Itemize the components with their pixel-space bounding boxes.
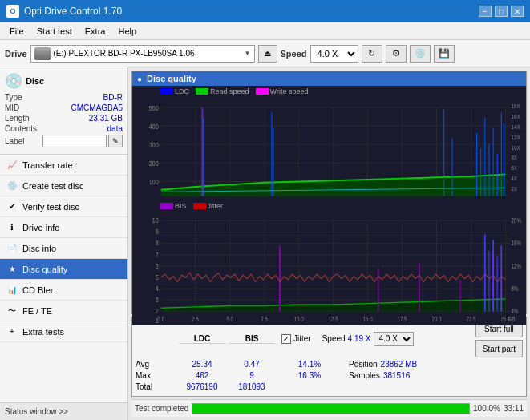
sidebar-item-disc-quality[interactable]: ★ Disc quality — [0, 259, 127, 280]
svg-text:8X: 8X — [512, 155, 518, 161]
jitter-max: 16.3% — [298, 371, 321, 380]
sidebar-item-verify-test-disc[interactable]: ✔ Verify test disc — [0, 196, 127, 217]
disc-panel-icon: 💿 — [5, 72, 22, 90]
ldc-total-cell: 9676190 — [179, 382, 225, 391]
transfer-rate-icon: 📈 — [6, 160, 18, 171]
disc-label-edit-button[interactable]: ✎ — [108, 135, 123, 147]
menu-extra[interactable]: Extra — [79, 25, 112, 38]
svg-text:9: 9 — [156, 227, 159, 236]
stats-panel: LDC BIS ✓ Jitter Speed 4.19 X 4.0 X — [131, 317, 527, 397]
bottom-chart-legend: BIS Jitter — [132, 200, 526, 212]
app-icon: O — [6, 5, 19, 18]
svg-text:GB: GB — [508, 315, 515, 323]
disc-info-icon: 📄 — [6, 243, 18, 254]
svg-text:10.0: 10.0 — [294, 315, 304, 323]
status-window-button[interactable]: Status window >> — [0, 402, 127, 420]
disc-quality-icon: ★ — [6, 264, 18, 275]
svg-text:22.5: 22.5 — [467, 315, 476, 323]
jitter-avg: 14.1% — [298, 360, 321, 369]
jitter-checkbox-group: ✓ Jitter — [281, 334, 311, 344]
max-label: Max — [136, 371, 151, 380]
svg-text:6: 6 — [156, 260, 159, 269]
chart-title: Disc quality — [147, 74, 196, 83]
disc-icon: 💿 — [415, 48, 426, 59]
start-part-button[interactable]: Start part — [475, 340, 523, 357]
bis-max-cell: 9 — [229, 370, 275, 380]
sidebar-item-cd-bler[interactable]: 📊 CD Bler — [0, 280, 127, 301]
svg-text:16X: 16X — [512, 113, 520, 119]
svg-text:12%: 12% — [512, 261, 522, 269]
disc-length-value: 23,31 GB — [89, 114, 123, 123]
chart-header: ● Disc quality — [132, 71, 526, 86]
eject-button[interactable]: ⏏ — [258, 45, 277, 63]
speed-select[interactable]: 4.0 X 2.0 X 6.0 X — [310, 45, 358, 63]
svg-text:100: 100 — [149, 179, 159, 187]
position-group: Position 23862 MB — [349, 360, 417, 369]
status-window-label: Status window >> — [5, 407, 68, 416]
ldc-max: 462 — [196, 371, 209, 380]
speed-group: Speed 4.19 X 4.0 X — [322, 332, 414, 346]
maximize-button[interactable]: □ — [495, 6, 508, 17]
drive-selector[interactable]: (E:) PLEXTOR BD-R PX-LB950SA 1.06 ▼ — [30, 45, 255, 63]
charts-area: LDC Read speed Write speed — [132, 86, 526, 313]
bottom-chart: BIS Jitter — [132, 200, 526, 314]
sidebar-item-label-fe-te: FE / TE — [22, 306, 52, 316]
drive-name: (E:) PLEXTOR BD-R PX-LB950SA 1.06 — [54, 49, 241, 58]
sidebar-item-label-drive-info: Drive info — [22, 223, 59, 232]
svg-text:8%: 8% — [512, 285, 519, 293]
svg-text:400: 400 — [149, 123, 159, 131]
close-button[interactable]: ✕ — [511, 6, 524, 17]
bis-max: 9 — [249, 371, 254, 380]
sidebar-item-extra-tests[interactable]: + Extra tests — [0, 321, 127, 342]
sidebar-item-label-disc-info: Disc info — [22, 244, 56, 253]
settings-button[interactable]: ⚙ — [386, 45, 407, 63]
svg-text:200: 200 — [149, 160, 159, 168]
menu-file[interactable]: File — [3, 25, 30, 38]
refresh-button[interactable]: ↻ — [362, 45, 382, 63]
disc-length-label: Length — [5, 114, 30, 123]
status-text: Test completed — [135, 404, 188, 413]
sidebar-item-label-extra-tests: Extra tests — [22, 327, 64, 337]
ldc-max-cell: 462 — [179, 370, 225, 380]
refresh-icon: ↻ — [368, 48, 375, 59]
save-button[interactable]: 💾 — [434, 45, 455, 63]
speed-select[interactable]: 4.0 X — [374, 332, 414, 346]
fe-te-icon: 〜 — [6, 305, 18, 317]
sidebar-item-disc-info[interactable]: 📄 Disc info — [0, 238, 127, 259]
svg-text:14X: 14X — [512, 123, 520, 130]
sidebar-item-create-test-disc[interactable]: 💿 Create test disc — [0, 176, 127, 196]
menu-start-test[interactable]: Start test — [30, 25, 79, 38]
jitter-label: Jitter — [293, 334, 311, 343]
disc-label-input[interactable] — [42, 135, 107, 147]
disc-title: Disc — [26, 76, 44, 86]
legend-ldc: LDC — [160, 87, 189, 95]
content-area: ● Disc quality LDC Read speed — [128, 67, 530, 420]
elapsed-time: 33:11 — [504, 404, 524, 413]
ldc-avg-cell: 25.34 — [179, 359, 225, 369]
position-value: 23862 MB — [381, 360, 418, 369]
samples-group: Samples 381516 — [349, 371, 410, 380]
bis-avg-cell: 0.47 — [229, 359, 275, 369]
svg-text:2: 2 — [156, 306, 159, 315]
sidebar-item-fe-te[interactable]: 〜 FE / TE — [0, 301, 127, 321]
disc-length-row: Length 23,31 GB — [5, 114, 123, 123]
top-chart-legend: LDC Read speed Write speed — [132, 86, 526, 97]
disc-button[interactable]: 💿 — [410, 45, 431, 63]
svg-text:20.0: 20.0 — [432, 315, 442, 323]
svg-text:6X: 6X — [512, 165, 518, 172]
sidebar-item-transfer-rate[interactable]: 📈 Transfer rate — [0, 155, 127, 176]
ldc-avg: 25.34 — [192, 360, 212, 369]
jitter-color — [193, 203, 206, 209]
ldc-color — [160, 88, 173, 95]
stats-max-row: Max 462 9 16.3% Samples 381516 — [136, 370, 523, 380]
max-label-cell: Max — [136, 370, 176, 380]
disc-mid-label: MID — [5, 103, 19, 112]
menu-help[interactable]: Help — [111, 25, 143, 38]
disc-header: 💿 Disc — [5, 72, 123, 90]
stats-ldc-header: LDC — [179, 333, 225, 344]
sidebar-item-drive-info[interactable]: ℹ Drive info — [0, 217, 127, 238]
speed-label: Speed — [322, 334, 346, 343]
minimize-button[interactable]: − — [479, 6, 492, 17]
jitter-checkbox[interactable]: ✓ — [281, 334, 291, 344]
svg-text:0.0: 0.0 — [158, 315, 165, 323]
